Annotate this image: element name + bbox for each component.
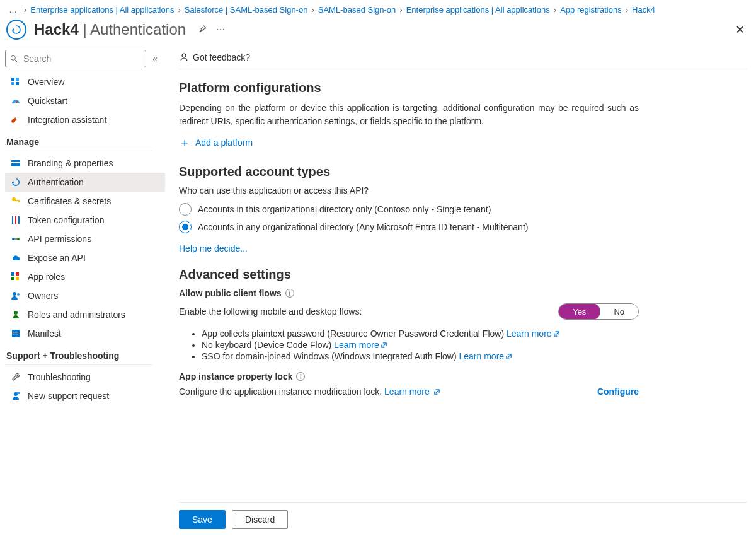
- platform-config-title: Platform configurations: [179, 81, 639, 95]
- external-link-icon: [381, 342, 387, 349]
- svg-point-18: [17, 238, 20, 240]
- radio-label: Accounts in this organizational director…: [198, 204, 491, 214]
- swirl-icon: [10, 177, 21, 188]
- advanced-settings-title: Advanced settings: [179, 267, 639, 282]
- sidebar-item-label: Authentication: [28, 177, 84, 187]
- grid-icon: [10, 76, 21, 88]
- card-icon: [10, 158, 21, 169]
- add-platform-label: Add a platform: [195, 137, 253, 148]
- breadcrumb-item[interactable]: App registrations: [560, 5, 622, 15]
- radio-icon: [179, 221, 192, 233]
- learn-more-link[interactable]: Learn more: [459, 351, 513, 361]
- page-header: Hack4 | Authentication ⋯ ✕: [0, 17, 756, 47]
- sidebar-item-api-permissions[interactable]: API permissions: [5, 230, 165, 248]
- owners-icon: [10, 290, 21, 301]
- key-icon: [10, 195, 21, 207]
- sidebar-item-expose-api[interactable]: Expose an API: [5, 248, 165, 267]
- account-types-title: Supported account types: [179, 165, 639, 179]
- sidebar-item-app-roles[interactable]: App roles: [5, 267, 165, 286]
- breadcrumb-item[interactable]: SAML-based Sign-on: [318, 5, 396, 15]
- feedback-button[interactable]: Got feedback?: [179, 52, 250, 62]
- sidebar-item-troubleshooting[interactable]: Troubleshooting: [5, 368, 165, 387]
- svg-rect-16: [18, 216, 20, 224]
- pin-icon[interactable]: [197, 24, 207, 36]
- support-icon: [10, 390, 21, 402]
- svg-rect-20: [11, 272, 14, 276]
- svg-rect-31: [17, 392, 20, 394]
- property-lock-desc: Configure the application instance modif…: [179, 387, 597, 397]
- enable-flows-label: Enable the following mobile and desktop …: [179, 306, 362, 317]
- sidebar-item-branding[interactable]: Branding & properties: [5, 154, 165, 173]
- search-input[interactable]: [22, 53, 142, 64]
- collapse-sidebar-button[interactable]: «: [150, 51, 160, 66]
- learn-more-link[interactable]: Learn more: [507, 329, 560, 339]
- sidebar-item-label: Quickstart: [28, 96, 67, 106]
- sidebar-item-label: Owners: [28, 291, 58, 301]
- sidebar-item-owners[interactable]: Owners: [5, 286, 165, 305]
- save-button[interactable]: Save: [179, 510, 226, 529]
- info-icon[interactable]: i: [285, 289, 294, 298]
- breadcrumb-item[interactable]: Salesforce | SAML-based Sign-on: [185, 5, 308, 15]
- plus-icon: ＋: [179, 137, 190, 148]
- sidebar-item-authentication[interactable]: Authentication: [5, 173, 165, 192]
- sidebar-item-quickstart[interactable]: Quickstart: [5, 91, 165, 110]
- svg-point-17: [12, 238, 14, 240]
- flow-bullet: SSO for domain-joined Windows (Windows I…: [202, 351, 639, 361]
- svg-rect-22: [11, 277, 14, 280]
- toggle-yes[interactable]: Yes: [558, 303, 600, 320]
- learn-more-link[interactable]: Learn more: [384, 387, 440, 397]
- toggle-no[interactable]: No: [600, 304, 638, 319]
- chevron-right-icon: ›: [554, 5, 556, 15]
- svg-rect-4: [11, 82, 14, 85]
- svg-point-26: [14, 311, 18, 315]
- svg-rect-5: [16, 82, 19, 85]
- svg-point-8: [16, 117, 18, 119]
- sidebar-item-manifest[interactable]: Manifest: [5, 324, 165, 343]
- help-me-decide-link[interactable]: Help me decide...: [179, 243, 248, 253]
- sidebar-item-new-support[interactable]: New support request: [5, 387, 165, 405]
- close-button[interactable]: ✕: [733, 20, 747, 39]
- learn-more-link[interactable]: Learn more: [334, 340, 387, 350]
- sidebar-item-overview[interactable]: Overview: [5, 73, 165, 91]
- more-icon[interactable]: ⋯: [216, 25, 225, 35]
- configure-button[interactable]: Configure: [597, 387, 639, 397]
- breadcrumb-item[interactable]: Enterprise applications | All applicatio…: [30, 5, 174, 15]
- svg-rect-15: [15, 216, 16, 224]
- radio-single-tenant[interactable]: Accounts in this organizational director…: [179, 203, 639, 216]
- api-icon: [10, 233, 21, 245]
- svg-line-1: [15, 60, 18, 62]
- add-platform-button[interactable]: ＋ Add a platform: [179, 137, 253, 148]
- sidebar-item-label: App roles: [28, 272, 65, 282]
- page-title: Hack4 | Authentication: [34, 21, 186, 38]
- sidebar-item-certificates[interactable]: Certificates & secrets: [5, 192, 165, 211]
- sidebar-item-integration-assistant[interactable]: Integration assistant: [5, 110, 165, 129]
- account-types-question: Who can use this application or access t…: [179, 185, 639, 195]
- feedback-label: Got feedback?: [193, 52, 250, 62]
- wrench-icon: [10, 371, 21, 383]
- sidebar-item-label: Token configuration: [28, 215, 104, 225]
- flows-list: App collects plaintext password (Resourc…: [202, 329, 639, 361]
- radio-multi-tenant[interactable]: Accounts in any organizational directory…: [179, 221, 639, 233]
- breadcrumb-item[interactable]: Enterprise applications | All applicatio…: [406, 5, 550, 15]
- public-flows-toggle[interactable]: Yes No: [558, 303, 639, 320]
- breadcrumb-item-current[interactable]: Hack4: [632, 5, 655, 15]
- discard-button[interactable]: Discard: [232, 510, 288, 529]
- breadcrumb-overflow[interactable]: …: [6, 5, 20, 15]
- sidebar-item-token-config[interactable]: Token configuration: [5, 211, 165, 230]
- external-link-icon: [553, 330, 560, 337]
- sidebar: « Overview Quickstart Integration assist…: [0, 47, 165, 538]
- svg-rect-10: [11, 162, 20, 163]
- svg-point-0: [11, 55, 15, 60]
- sliders-icon: [10, 214, 21, 226]
- chevron-right-icon: ›: [24, 5, 26, 15]
- search-box[interactable]: [5, 50, 146, 67]
- chevron-right-icon: ›: [311, 5, 314, 15]
- sidebar-item-roles-admins[interactable]: Roles and administrators: [5, 305, 165, 324]
- svg-rect-28: [13, 332, 18, 332]
- chevron-right-icon: ›: [178, 5, 180, 15]
- svg-point-24: [13, 292, 16, 296]
- manifest-icon: [10, 328, 21, 339]
- info-icon[interactable]: i: [296, 372, 305, 381]
- chevron-right-icon: ›: [399, 5, 402, 15]
- sidebar-item-label: Certificates & secrets: [28, 196, 111, 206]
